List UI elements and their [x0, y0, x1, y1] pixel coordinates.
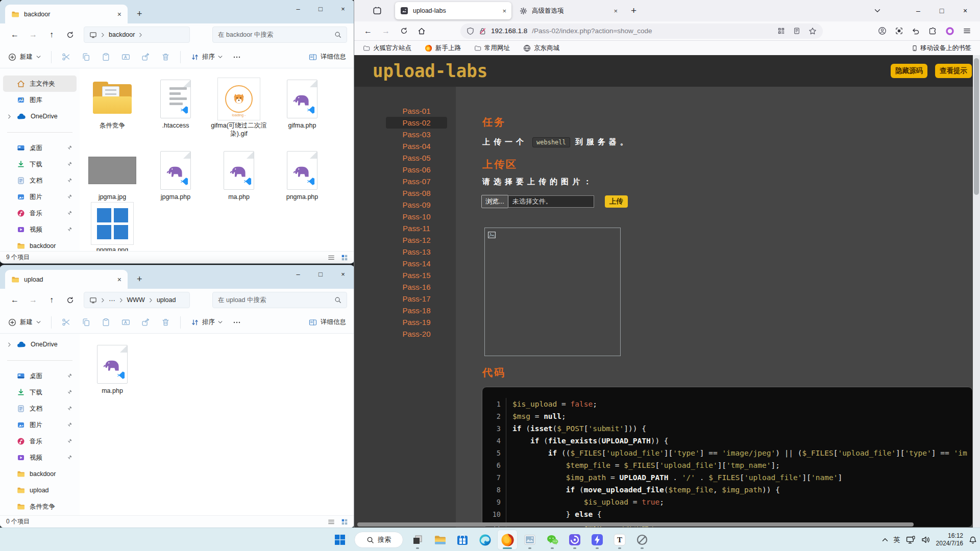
pass-link-Pass-06[interactable]: Pass-06 — [386, 164, 447, 176]
taskbar-app-blocked[interactable] — [632, 530, 652, 550]
pass-link-Pass-15[interactable]: Pass-15 — [386, 269, 447, 281]
minimize-button[interactable]: – — [287, 0, 309, 17]
taskbar-app-lightning[interactable] — [587, 530, 607, 550]
more-options-icon[interactable] — [233, 53, 241, 61]
details-pane-button[interactable]: 详细信息 — [309, 318, 346, 327]
menu-icon[interactable] — [963, 27, 971, 35]
list-view-icon[interactable] — [328, 254, 335, 261]
breadcrumb-item[interactable]: upload — [157, 296, 176, 304]
breadcrumb-overflow[interactable]: ⋯ — [109, 296, 115, 304]
sidebar-item-视频[interactable]: 视频 — [3, 449, 77, 466]
start-button[interactable] — [330, 530, 350, 550]
taskbar-app-wechat[interactable] — [542, 530, 562, 550]
details-pane-button[interactable]: 详细信息 — [309, 53, 346, 61]
search-box[interactable]: 在 backdoor 中搜索 — [212, 27, 347, 43]
new-tab-button[interactable]: + — [631, 5, 636, 16]
rename-icon[interactable] — [121, 53, 130, 61]
sidebar-item-图库[interactable]: 图库 — [3, 92, 77, 108]
network-icon[interactable] — [906, 536, 916, 544]
pass-link-Pass-11[interactable]: Pass-11 — [386, 222, 447, 234]
firefox-view-icon[interactable] — [370, 3, 385, 18]
sidebar-item-文档[interactable]: 文档 — [3, 172, 77, 189]
breadcrumb-item[interactable]: WWW — [127, 296, 145, 304]
new-button[interactable]: 新建 — [8, 53, 41, 61]
sidebar-item-主文件夹[interactable]: 主文件夹 — [3, 76, 77, 92]
home-button[interactable] — [414, 23, 429, 39]
file-ma.php[interactable]: ma.php — [81, 343, 144, 395]
refresh-button[interactable] — [62, 27, 78, 42]
pass-link-Pass-20[interactable]: Pass-20 — [386, 328, 447, 340]
bookmark-火狐官方站点[interactable]: 火狐官方站点 — [363, 44, 411, 53]
grid-view-icon[interactable] — [341, 254, 348, 261]
tab-preferences[interactable]: 高级首选项 × — [514, 2, 623, 19]
more-options-icon[interactable] — [233, 318, 241, 327]
pass-link-Pass-18[interactable]: Pass-18 — [386, 305, 447, 316]
taskbar-app-typora[interactable]: T — [609, 530, 630, 550]
breadcrumb[interactable]: ⋯ WWW upload — [84, 292, 190, 308]
cut-icon[interactable] — [62, 318, 70, 327]
search-box[interactable]: 在 upload 中搜索 — [212, 292, 347, 308]
pass-link-Pass-10[interactable]: Pass-10 — [386, 211, 447, 222]
refresh-button[interactable] — [62, 292, 78, 308]
taskbar-app-explorer[interactable] — [430, 530, 450, 550]
taskbar-app-contrast[interactable] — [407, 530, 428, 550]
file-.htaccess[interactable]: .htaccess — [144, 78, 207, 130]
notifications-bell-icon[interactable] — [969, 536, 977, 544]
delete-icon[interactable] — [161, 318, 170, 327]
undo-icon[interactable] — [912, 27, 920, 35]
taskbar-clock[interactable]: 16:12 2024/7/16 — [936, 532, 963, 547]
sidebar-item-音乐[interactable]: 音乐 — [3, 205, 77, 221]
sidebar-item-桌面[interactable]: 桌面 — [3, 140, 77, 156]
back-button[interactable]: ← — [360, 23, 376, 39]
ime-indicator[interactable]: 英 — [894, 535, 900, 544]
sidebar-item-图片[interactable]: 图片 — [3, 417, 77, 433]
taskbar-app-swirl[interactable] — [565, 530, 585, 550]
file-pngma.png[interactable]: pngma.png — [81, 202, 144, 254]
shield-icon[interactable] — [467, 27, 474, 35]
reload-button[interactable] — [396, 23, 411, 39]
qr-icon[interactable] — [777, 27, 785, 35]
file-pngma.php[interactable]: pngma.php — [271, 149, 334, 201]
file-jpgma.jpg[interactable]: jpgma.jpg — [81, 149, 144, 201]
sidebar-item-下载[interactable]: 下载 — [3, 156, 77, 172]
list-tabs-icon[interactable] — [866, 1, 889, 21]
tab-close-icon[interactable]: × — [117, 11, 121, 18]
up-button[interactable]: ↑ — [44, 292, 59, 308]
reader-mode-icon[interactable] — [793, 27, 800, 35]
bookmark-京东商城[interactable]: 京东商城 — [523, 44, 559, 53]
pass-link-Pass-16[interactable]: Pass-16 — [386, 281, 447, 293]
extensions-icon[interactable] — [928, 27, 937, 35]
header-button-隐藏源码[interactable]: 隐藏源码 — [891, 64, 927, 78]
breadcrumb-item[interactable]: backdoor — [109, 31, 135, 38]
tab-upload-labs[interactable]: upload-labs × — [395, 2, 511, 19]
list-view-icon[interactable] — [328, 518, 335, 525]
volume-icon[interactable] — [921, 536, 930, 544]
back-button[interactable]: ← — [7, 292, 22, 308]
mobile-bookmarks[interactable]: 移动设备上的书签 — [912, 44, 971, 53]
close-button[interactable]: × — [332, 265, 354, 283]
pass-link-Pass-13[interactable]: Pass-13 — [386, 246, 447, 258]
bookmark-常用网址[interactable]: 常用网址 — [474, 44, 510, 53]
new-tab-button[interactable]: + — [137, 274, 142, 284]
sidebar-item-OneDrive[interactable]: OneDrive — [3, 108, 77, 124]
grid-view-icon[interactable] — [341, 518, 348, 525]
sidebar-item-图片[interactable]: 图片 — [3, 189, 77, 205]
browse-button[interactable]: 浏览... — [481, 195, 508, 208]
lock-slash-icon[interactable] — [479, 27, 486, 35]
pass-link-Pass-12[interactable]: Pass-12 — [386, 234, 447, 246]
delete-icon[interactable] — [161, 53, 170, 61]
bookmark-star-icon[interactable] — [808, 27, 817, 35]
close-button[interactable]: × — [332, 0, 354, 17]
copy-icon[interactable] — [82, 318, 90, 327]
pass-link-Pass-03[interactable]: Pass-03 — [386, 129, 447, 140]
paste-icon[interactable] — [102, 53, 110, 61]
sidebar-item-backdoor[interactable]: backdoor — [3, 466, 77, 482]
copy-icon[interactable] — [82, 53, 90, 61]
bookmark-新手上路[interactable]: 新手上路 — [425, 44, 461, 53]
sidebar-item-音乐[interactable]: 音乐 — [3, 433, 77, 449]
pass-link-Pass-04[interactable]: Pass-04 — [386, 140, 447, 152]
share-icon[interactable] — [141, 318, 150, 327]
back-button[interactable]: ← — [7, 27, 22, 42]
tab-close-icon[interactable]: × — [117, 276, 121, 283]
hidden-icons-chevron[interactable] — [882, 537, 888, 543]
